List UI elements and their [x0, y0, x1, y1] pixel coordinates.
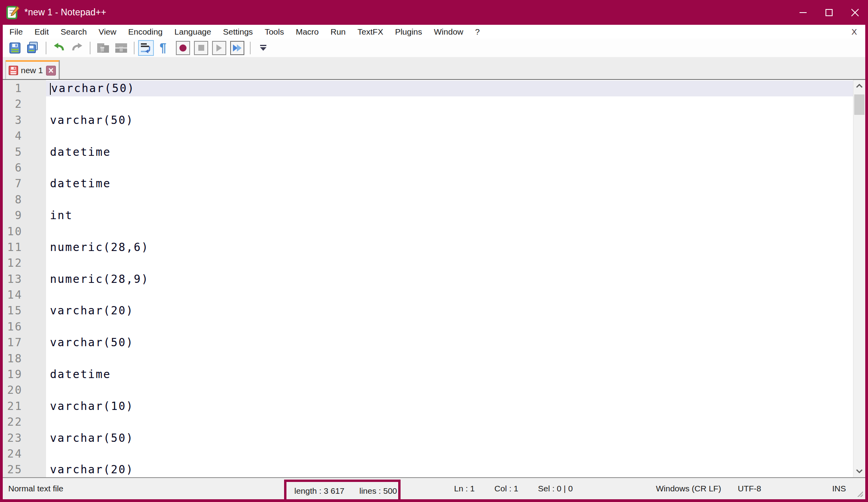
save-all-button[interactable] [25, 40, 41, 56]
minimize-icon [798, 8, 808, 17]
toolbar-separator [46, 42, 46, 54]
line-number: 10 [3, 224, 46, 240]
menu-item-tools[interactable]: Tools [259, 25, 290, 39]
code-line [46, 128, 853, 144]
line-number: 16 [3, 319, 46, 335]
stop-macro-button[interactable] [193, 40, 209, 56]
status-lines: lines : 500 [359, 486, 397, 496]
line-number: 23 [3, 430, 46, 446]
text-caret [50, 83, 51, 95]
line-number: 21 [3, 399, 46, 414]
undo-icon [53, 42, 65, 54]
close-button[interactable] [842, 0, 868, 25]
stop-macro-icon [194, 41, 208, 55]
sync-vertical-scroll-button[interactable] [95, 40, 111, 56]
save-all-icon [26, 41, 40, 55]
line-number: 1 [3, 81, 46, 96]
menu-item-file[interactable]: File [4, 25, 29, 39]
code-line [46, 446, 853, 462]
code-line [46, 192, 853, 208]
show-all-characters-button[interactable]: ¶ [155, 40, 171, 56]
menu-items: FileEditSearchViewEncodingLanguageSettin… [3, 25, 486, 39]
menu-item-edit[interactable]: Edit [29, 25, 55, 39]
tab-bar: new 1 × [3, 57, 865, 80]
toolbar-overflow-icon [260, 45, 266, 51]
tab-close-icon[interactable]: × [46, 66, 56, 76]
menu-item-language[interactable]: Language [168, 25, 217, 39]
tab-label: new 1 [21, 66, 43, 75]
scrollbar-thumb[interactable] [854, 94, 864, 115]
code-line: varchar(20) [46, 462, 853, 477]
status-col: Col : 1 [495, 484, 519, 493]
line-number: 12 [3, 255, 46, 271]
sync-horizontal-scroll-icon [115, 41, 128, 55]
status-length: length : 3 617 [294, 486, 344, 496]
save-icon [9, 42, 21, 54]
menu-item-encoding[interactable]: Encoding [122, 25, 169, 39]
status-encoding: UTF-8 [738, 478, 761, 499]
code-lines[interactable]: varchar(50)varchar(50)datetimedatetimein… [46, 80, 853, 477]
title-bar: *new 1 - Notepad++ [0, 0, 868, 25]
menu-item-search[interactable]: Search [55, 25, 93, 39]
menu-item-window[interactable]: Window [428, 25, 469, 39]
code-line: datetime [46, 176, 853, 192]
toolbar: ¶ [3, 39, 865, 57]
status-eol-format: Windows (CR LF) [656, 478, 721, 499]
scroll-down-button[interactable] [853, 465, 865, 477]
line-number: 3 [3, 113, 46, 128]
sync-horizontal-scroll-button[interactable] [113, 40, 129, 56]
tab-new-1[interactable]: new 1 × [6, 60, 59, 79]
toolbar-overflow-button[interactable] [255, 40, 271, 56]
line-number-gutter: 1234567891011121314151617181920212223242… [3, 80, 46, 477]
redo-button[interactable] [69, 40, 85, 56]
resize-grip[interactable] [857, 491, 863, 497]
line-number: 19 [3, 367, 46, 382]
line-number: 6 [3, 160, 46, 176]
code-line: varchar(20) [46, 303, 853, 319]
code-line [46, 414, 853, 430]
save-button[interactable] [7, 40, 23, 56]
menu-item-help[interactable]: ? [469, 25, 486, 39]
scroll-up-button[interactable] [853, 80, 865, 92]
word-wrap-button[interactable] [138, 40, 154, 56]
code-line [46, 319, 853, 335]
record-macro-icon [176, 41, 190, 55]
status-insert-mode: INS [832, 478, 846, 499]
menu-item-run[interactable]: Run [325, 25, 352, 39]
redo-icon [71, 42, 83, 54]
menu-item-view[interactable]: View [93, 25, 122, 39]
menu-item-settings[interactable]: Settings [217, 25, 259, 39]
window-content: FileEditSearchViewEncodingLanguageSettin… [3, 25, 865, 499]
menu-bar: FileEditSearchViewEncodingLanguageSettin… [3, 25, 865, 39]
code-line [46, 96, 853, 112]
line-number: 11 [3, 240, 46, 255]
code-line [46, 382, 853, 398]
line-number: 4 [3, 128, 46, 144]
notepad-plus-plus-logo-icon [6, 6, 20, 20]
toolbar-separator [134, 42, 135, 54]
line-number: 14 [3, 287, 46, 303]
menu-item-macro[interactable]: Macro [290, 25, 325, 39]
menu-item-textfx[interactable]: TextFX [352, 25, 389, 39]
code-line: datetime [46, 367, 853, 382]
maximize-button[interactable] [816, 0, 842, 25]
run-macro-multiple-times-button[interactable] [229, 40, 245, 56]
play-macro-button[interactable] [211, 40, 227, 56]
line-number: 25 [3, 462, 46, 477]
record-macro-button[interactable] [175, 40, 191, 56]
code-line [46, 224, 853, 240]
code-line: varchar(50) [46, 335, 853, 351]
show-all-characters-icon: ¶ [159, 42, 166, 54]
vertical-scrollbar[interactable] [853, 80, 865, 477]
menu-item-plugins[interactable]: Plugins [389, 25, 428, 39]
line-number: 8 [3, 192, 46, 208]
minimize-button[interactable] [790, 0, 816, 25]
line-number: 13 [3, 271, 46, 287]
line-number: 20 [3, 382, 46, 398]
line-number: 5 [3, 144, 46, 160]
undo-button[interactable] [51, 40, 67, 56]
unsaved-file-icon [8, 65, 18, 76]
menu-bar-close-button[interactable]: X [847, 25, 861, 39]
line-number: 24 [3, 446, 46, 462]
line-number: 2 [3, 96, 46, 112]
